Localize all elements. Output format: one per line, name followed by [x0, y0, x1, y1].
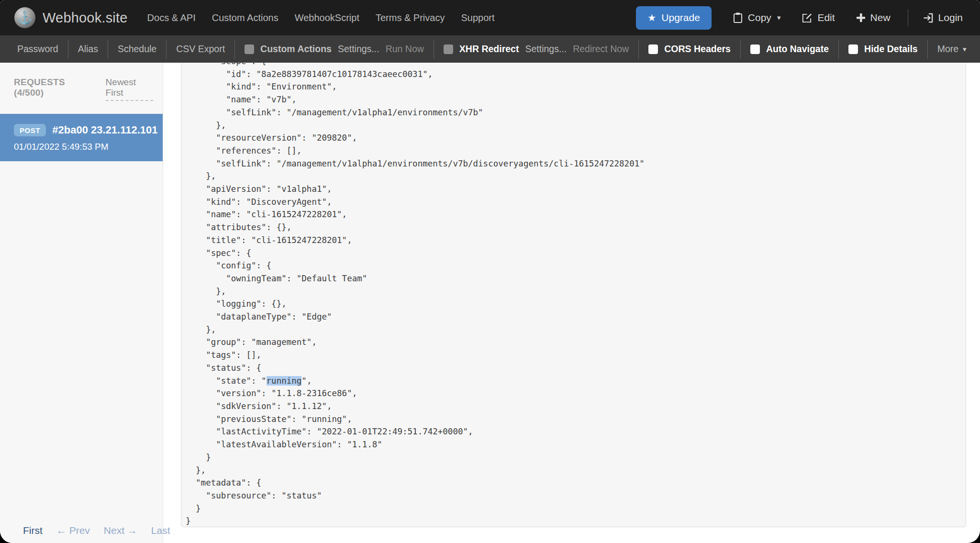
auto-navigate-checkbox[interactable]	[750, 44, 760, 54]
toolbar-divider	[68, 40, 68, 59]
top-navbar: ⚓ Webhook.site Docs & API Custom Actions…	[0, 0, 980, 35]
login-label: Login	[938, 12, 963, 23]
hide-details-group: Hide Details	[848, 44, 918, 55]
brand-label: Webhook.site	[43, 10, 128, 26]
nav-link-terms-privacy[interactable]: Terms & Privacy	[368, 8, 453, 28]
hide-details-label[interactable]: Hide Details	[864, 44, 918, 55]
edit-label: Edit	[817, 12, 835, 23]
custom-actions-run-now-link[interactable]: Run Now	[386, 44, 424, 55]
webhook-site-app: ⚓ Webhook.site Docs & API Custom Actions…	[0, 0, 980, 543]
hide-details-checkbox[interactable]	[848, 44, 858, 54]
custom-actions-label[interactable]: Custom Actions	[260, 44, 332, 55]
pagination-next-link[interactable]: Next →	[104, 525, 137, 536]
login-button[interactable]: Login	[923, 12, 963, 23]
pagination-last-link[interactable]: Last	[151, 525, 170, 536]
xhr-redirect-label[interactable]: XHR Redirect	[459, 44, 519, 55]
nav-link-custom-actions[interactable]: Custom Actions	[204, 8, 287, 28]
nav-link-webhookscript[interactable]: WebhookScript	[287, 8, 368, 28]
copy-label: Copy	[748, 12, 771, 23]
upgrade-button[interactable]: ★ Upgrade	[636, 6, 712, 30]
copy-dropdown[interactable]: Copy ▾	[733, 12, 781, 23]
request-id-ip: #2ba00 23.21.112.101	[52, 124, 157, 136]
xhr-redirect-settings-link[interactable]: Settings...	[525, 44, 567, 55]
request-timestamp: 01/01/2022 5:49:53 PM	[14, 142, 156, 152]
custom-actions-settings-link[interactable]: Settings...	[338, 44, 379, 55]
request-list-item-selected[interactable]: POST #2ba00 23.21.112.101 01/01/2022 5:4…	[0, 114, 163, 161]
request-item-header: POST #2ba00 23.21.112.101	[14, 124, 156, 136]
navbar-actions: ★ Upgrade Copy ▾	[636, 6, 963, 30]
request-toolbar: Password Alias Schedule CSV Export Custo…	[0, 35, 980, 63]
caret-down-icon: ▾	[777, 13, 781, 22]
xhr-redirect-now-link[interactable]: Redirect Now	[573, 44, 629, 55]
nav-link-docs-api[interactable]: Docs & API	[139, 8, 204, 28]
cors-headers-group: CORS Headers	[648, 44, 731, 55]
auto-navigate-group: Auto Navigate	[750, 44, 829, 55]
toolbar-divider	[838, 40, 839, 59]
alias-link[interactable]: Alias	[78, 44, 98, 55]
more-dropdown[interactable]: More ▾	[937, 44, 967, 55]
toolbar-divider	[740, 40, 741, 59]
toolbar-divider	[234, 40, 235, 59]
nav-link-support[interactable]: Support	[453, 8, 502, 28]
navbar-divider	[908, 9, 908, 26]
pagination-prev-link[interactable]: ← Prev	[56, 525, 90, 536]
new-label: New	[870, 12, 891, 23]
sign-in-icon	[923, 12, 934, 23]
schedule-link[interactable]: Schedule	[118, 44, 156, 55]
request-content-panel[interactable]: "scope": { "id": "8a2e8839781407c1017814…	[181, 63, 966, 527]
edit-button[interactable]: Edit	[802, 12, 835, 23]
requests-count-label: REQUESTS (4/500)	[14, 77, 93, 98]
toolbar-divider	[108, 40, 108, 59]
toolbar-divider	[166, 40, 167, 59]
requests-sidebar: REQUESTS (4/500) Newest First POST #2ba0…	[0, 63, 163, 543]
json-code: "scope": { "id": "8a2e8839781407c1017814…	[181, 63, 966, 527]
auto-navigate-label[interactable]: Auto Navigate	[766, 44, 829, 55]
clipboard-icon	[733, 12, 743, 23]
custom-actions-group: Custom Actions Settings... Run Now	[245, 44, 424, 55]
request-id: #2ba00	[52, 124, 88, 136]
xhr-redirect-group: XHR Redirect Settings... Redirect Now	[444, 44, 629, 55]
toolbar-divider	[638, 40, 639, 59]
upgrade-label: Upgrade	[661, 12, 700, 23]
brand[interactable]: ⚓ Webhook.site	[14, 7, 128, 28]
star-icon: ★	[647, 12, 656, 23]
sort-order-toggle[interactable]: Newest First	[106, 77, 153, 101]
requests-pagination: First ← Prev Next → Last	[23, 525, 170, 536]
caret-down-icon: ▾	[963, 45, 967, 54]
plus-icon	[856, 13, 866, 22]
password-link[interactable]: Password	[17, 44, 58, 55]
new-button[interactable]: New	[856, 12, 891, 23]
toolbar-divider	[434, 40, 434, 59]
cors-headers-checkbox[interactable]	[648, 44, 658, 54]
request-ip: 23.21.112.101	[91, 124, 157, 136]
main-nav-links: Docs & API Custom Actions WebhookScript …	[139, 8, 503, 28]
csv-export-link[interactable]: CSV Export	[176, 44, 225, 55]
cors-headers-label[interactable]: CORS Headers	[664, 44, 731, 55]
pagination-first-link[interactable]: First	[23, 525, 43, 536]
more-label: More	[937, 44, 958, 55]
webhook-logo-icon: ⚓	[14, 7, 35, 28]
custom-actions-checkbox[interactable]	[245, 44, 254, 54]
sidebar-header: REQUESTS (4/500) Newest First	[0, 63, 163, 101]
toolbar-divider	[927, 40, 928, 59]
selected-text: running	[267, 376, 302, 386]
xhr-redirect-checkbox[interactable]	[444, 44, 453, 54]
method-badge: POST	[14, 124, 46, 136]
edit-icon	[802, 12, 813, 23]
